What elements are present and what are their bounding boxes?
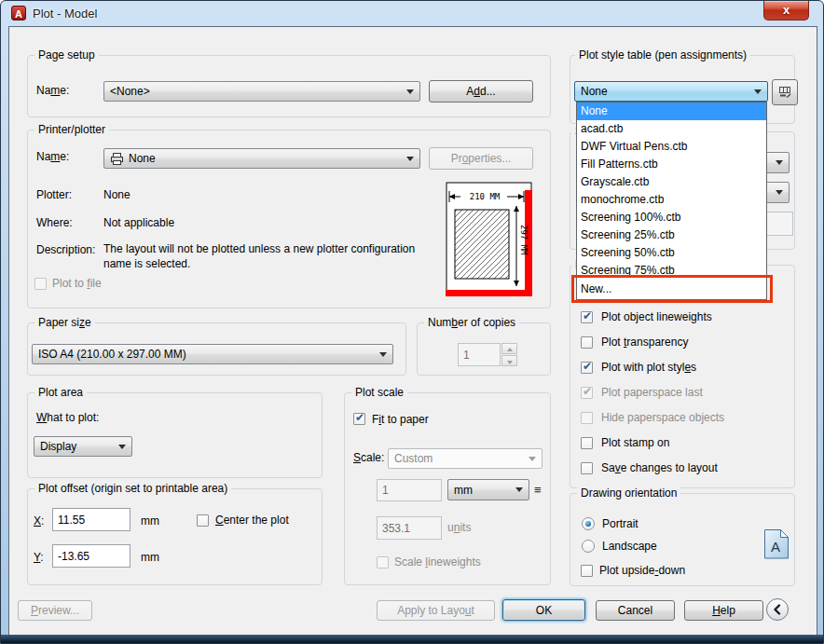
paper-size-dropdown[interactable]: ISO A4 (210.00 x 297.00 MM) [32,344,393,364]
scale-label: Scale: [353,451,384,464]
preview-button[interactable]: Preview... [18,600,92,621]
plot-transparency-label: Plot transparency [601,336,688,349]
plot-with-plot-styles-label: Plot with plot styles [601,361,696,374]
dialog-body: Page setup Name: <None> Add... Printer/p… [8,26,817,637]
paper-size-value: ISO A4 (210.00 x 297.00 MM) [38,348,186,361]
printer-name-value: None [129,152,156,165]
plot-scale-title: Plot scale [351,386,407,399]
center-plot-checkbox[interactable] [197,514,209,527]
dropdown-option-screening-25[interactable]: Screening 25%.ctb [577,226,766,244]
what-to-plot-dropdown[interactable]: Display [34,436,132,457]
chevron-down-icon [379,352,387,361]
fit-to-paper-label: Fit to paper [372,413,429,426]
offset-y-input[interactable]: -13.65 [52,544,130,568]
plot-stamp-on-label: Plot stamp on [601,436,669,449]
edit-plot-style-button[interactable] [772,79,798,105]
plot-dialog-window: A Plot - Model x Page setup Name: <None>… [0,0,824,644]
offset-x-input[interactable]: 11.55 [52,508,130,531]
plot-with-plot-styles-checkbox[interactable] [581,362,593,374]
copies-input[interactable]: 1 [458,343,501,366]
close-button[interactable]: x [763,1,809,21]
properties-button[interactable]: Properties... [429,147,533,170]
copies-title: Number of copies [424,316,519,329]
what-to-plot-label: What to plot: [36,411,99,424]
offset-x-unit: mm [141,514,159,528]
plot-paperspace-last-label: Plot paperspace last [601,386,703,399]
dropdown-option-screening-75[interactable]: Screening 75%.ctb [577,262,766,280]
dropdown-option-new[interactable]: New... [577,280,766,299]
plot-transparency-checkbox[interactable] [581,336,593,349]
scale-value: Custom [394,452,433,465]
scale-lineweights-checkbox[interactable] [377,556,389,569]
plot-object-lineweights-checkbox[interactable] [581,311,593,323]
chevron-down-icon [406,157,414,165]
dropdown-option-acad[interactable]: acad.ctb [577,120,766,138]
portrait-radio[interactable] [582,517,595,530]
dropdown-option-dwf-virtual-pens[interactable]: DWF Virtual Pens.ctb [577,138,766,156]
plot-to-file-checkbox[interactable] [34,278,47,290]
scale-left-input[interactable]: 1 [377,479,442,501]
chevron-down-icon [515,487,523,496]
window-title: Plot - Model [33,7,97,21]
chevron-down-icon [776,190,783,199]
edit-plot-style-icon [777,85,792,100]
dropdown-option-monochrome[interactable]: monochrome.ctb [577,191,766,209]
add-page-setup-button[interactable]: Add... [429,80,533,103]
dropdown-option-none[interactable]: None [577,103,766,120]
plot-area-title: Plot area [34,386,87,399]
dropdown-option-screening-50[interactable]: Screening 50%.ctb [577,244,766,262]
printer-name-dropdown[interactable]: None [103,148,420,169]
help-button[interactable]: Help [684,600,763,621]
dropdown-option-grayscale[interactable]: Grayscale.ctb [577,173,766,191]
scale-right-input[interactable]: 353.1 [377,516,442,540]
cancel-button[interactable]: Cancel [596,600,675,621]
offset-y-unit: mm [141,551,159,564]
scale-unit-dropdown[interactable]: mm [447,479,529,500]
dropdown-option-fill-patterns[interactable]: Fill Patterns.ctb [577,156,766,173]
landscape-radio[interactable] [582,540,595,553]
plot-offset-title: Plot offset (origin set to printable are… [34,482,231,495]
hide-paperspace-objects-checkbox[interactable] [581,412,593,424]
save-changes-to-layout-checkbox[interactable] [581,462,593,474]
page-setup-title: Page setup [34,48,99,62]
chevron-down-icon [754,89,762,98]
window-bottom-edge [1,635,824,643]
plot-stamp-on-checkbox[interactable] [581,437,593,449]
arrow-down-icon [507,361,513,367]
plot-paperspace-last-checkbox[interactable] [581,387,593,399]
plot-to-file-label: Plot to file [52,277,102,290]
scale-lineweights-label: Scale lineweights [394,555,481,569]
autocad-logo-icon: A [11,6,26,21]
scale-dropdown[interactable]: Custom [388,448,542,469]
fit-to-paper-checkbox[interactable] [353,413,365,425]
offset-x-label: X: [34,514,44,528]
title-bar[interactable]: A Plot - Model x [1,1,823,26]
page-setup-name-dropdown[interactable]: <None> [103,81,420,102]
plotter-value: None [103,188,130,201]
apply-to-layout-button[interactable]: Apply to Layout [377,600,495,621]
preview-height-dim: 297 MM [519,225,529,255]
copies-stepper[interactable] [501,343,517,366]
printer-name-label: Name: [36,150,69,163]
where-value: Not applicable [103,216,174,229]
chevron-down-icon [118,445,126,453]
collapse-options-button[interactable] [766,598,789,621]
printer-icon [110,153,124,165]
plot-upside-down-checkbox[interactable] [581,565,593,577]
offset-y-label: Y: [34,551,44,564]
plot-object-lineweights-label: Plot object lineweights [601,310,712,323]
dropdown-option-screening-100[interactable]: Screening 100%.ctb [577,209,766,226]
plot-style-dropdown[interactable]: None [574,81,768,102]
plot-area-group [27,392,323,478]
plotter-label: Plotter: [36,188,72,201]
chevron-down-icon [406,89,414,98]
stepper-down-button[interactable] [501,355,517,366]
chevron-down-icon [776,160,783,169]
ok-button[interactable]: OK [502,599,585,621]
orientation-title: Drawing orientation [577,486,680,500]
paper-size-title: Paper size [34,316,95,329]
plot-upside-down-label: Plot upside-down [599,564,685,577]
printer-group-title: Printer/plotter [34,123,109,136]
orientation-letter: A [771,539,780,555]
stepper-up-button[interactable] [501,343,517,354]
